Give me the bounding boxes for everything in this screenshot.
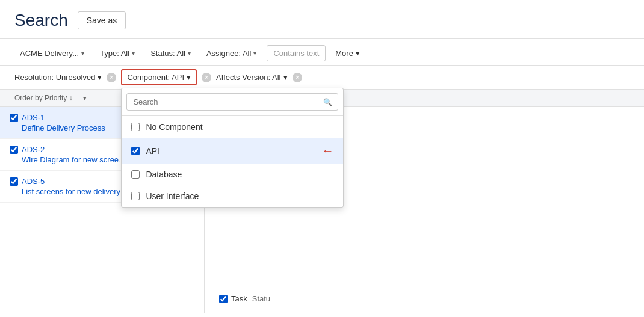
order-divider xyxy=(78,93,78,103)
filter-status[interactable]: Status: All ▾ xyxy=(145,46,196,61)
detail-bottom: Task Statu xyxy=(219,294,630,303)
api-checkbox[interactable] xyxy=(131,147,140,155)
issue-key-ads5[interactable]: ADS-5 xyxy=(22,177,45,186)
dropdown-search-container xyxy=(122,88,343,116)
contains-text-button[interactable]: Contains text xyxy=(267,45,326,61)
user-interface-checkbox[interactable] xyxy=(131,192,140,200)
filter-assignee[interactable]: Assignee: All ▾ xyxy=(201,46,262,61)
no-component-checkbox[interactable] xyxy=(131,123,140,131)
database-checkbox[interactable] xyxy=(131,170,140,179)
clear-component-button[interactable]: ✕ xyxy=(202,73,211,82)
chevron-down-icon[interactable]: ▾ xyxy=(83,94,87,102)
filter-acme-delivery[interactable]: ACME Delivery... ▾ xyxy=(14,46,90,61)
filter-type[interactable]: Type: All ▾ xyxy=(94,46,140,61)
chevron-down-icon: ▾ xyxy=(187,73,191,82)
issue-checkbox-ads1[interactable] xyxy=(10,114,18,122)
component-filter-wrapper: Component: API ▾ No Component API ← Data… xyxy=(121,69,197,85)
sort-arrow-icon: ↓ xyxy=(69,94,73,102)
chevron-down-icon: ▾ xyxy=(81,50,84,57)
task-type-checkbox[interactable] xyxy=(219,295,228,303)
chevron-down-icon: ▾ xyxy=(188,50,191,57)
chevron-down-icon: ▾ xyxy=(253,50,256,57)
clear-resolution-button[interactable]: ✕ xyxy=(107,73,116,82)
clear-affects-version-button[interactable]: ✕ xyxy=(293,73,302,82)
issue-checkbox-ads2[interactable] xyxy=(10,146,18,154)
chevron-down-icon: ▾ xyxy=(356,49,360,58)
issue-key-ads2[interactable]: ADS-2 xyxy=(22,145,45,154)
filter-bar-row1: ACME Delivery... ▾ Type: All ▾ Status: A… xyxy=(0,39,644,66)
status-text: Statu xyxy=(252,294,270,303)
filter-component[interactable]: Component: API ▾ xyxy=(121,69,197,85)
dropdown-item-user-interface[interactable]: User Interface xyxy=(122,185,343,207)
filter-bar-row2: Resolution: Unresolved ▾ ✕ Component: AP… xyxy=(0,66,644,89)
dropdown-item-database[interactable]: Database xyxy=(122,164,343,185)
chevron-down-icon: ▾ xyxy=(283,73,288,82)
order-label: Order by Priority ↓ xyxy=(14,94,73,102)
chevron-down-icon: ▾ xyxy=(98,73,102,82)
issue-key-ads1[interactable]: ADS-1 xyxy=(22,113,45,122)
page-header: Search Save as xyxy=(0,0,644,39)
issue-checkbox-ads5[interactable] xyxy=(10,177,18,186)
dropdown-search-input[interactable] xyxy=(126,93,338,111)
component-dropdown: No Component API ← Database User Interfa… xyxy=(121,88,344,208)
page-title: Search xyxy=(14,11,68,30)
chevron-down-icon: ▾ xyxy=(132,50,135,57)
save-as-button[interactable]: Save as xyxy=(78,11,126,29)
filter-resolution[interactable]: Resolution: Unresolved ▾ xyxy=(14,73,102,82)
filter-affects-version[interactable]: Affects Version: All ▾ xyxy=(216,73,287,82)
dropdown-item-api[interactable]: API ← xyxy=(122,138,343,164)
task-badge: Task xyxy=(219,294,247,303)
more-filters-button[interactable]: More ▾ xyxy=(330,46,365,60)
red-arrow-icon: ← xyxy=(321,144,333,158)
dropdown-item-no-component[interactable]: No Component xyxy=(122,116,343,138)
